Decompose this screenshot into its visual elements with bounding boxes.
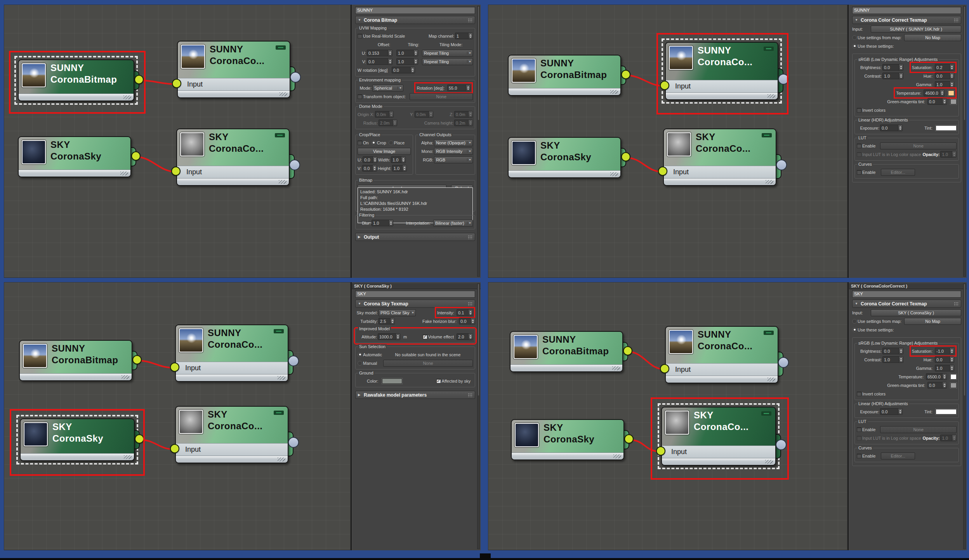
map-preview-thumbnail[interactable] (665, 411, 689, 435)
spinner-arrows-icon[interactable] (471, 318, 475, 324)
crop-v-spinner[interactable]: 0.0 (362, 165, 377, 172)
brightness-spinner[interactable]: 0.0 (882, 348, 903, 354)
node-sky-coronaco[interactable]: SKYCoronaCo...Input (175, 406, 288, 463)
spinner-arrows-icon[interactable] (402, 165, 406, 171)
resize-grip-icon[interactable] (278, 376, 285, 380)
node-name-field[interactable]: SUNNY (852, 7, 961, 14)
node-sky-coronaco[interactable]: SKYCoronaCo...Input (176, 128, 290, 186)
spinner-arrows-icon[interactable] (898, 409, 902, 414)
spinner-arrows-icon[interactable] (899, 357, 903, 362)
ground-color-swatch[interactable] (382, 378, 402, 384)
map-channel-spinner[interactable]: 1 (455, 33, 473, 39)
spinner-arrows-icon[interactable] (952, 435, 956, 441)
spinner-arrows-icon[interactable] (410, 67, 415, 73)
input-slot-row[interactable]: Input (178, 78, 290, 90)
alpha-channel-dropdown[interactable]: None (Opaque)▼ (434, 139, 473, 146)
input-socket[interactable] (170, 362, 179, 372)
map-preview-thumbnail[interactable] (514, 335, 538, 359)
output-socket[interactable] (623, 346, 632, 355)
spinner-arrows-icon[interactable] (413, 50, 418, 56)
node-sky-coronaco[interactable]: SKYCoronaCo...Input (661, 407, 776, 466)
collapse-node-icon[interactable] (274, 329, 284, 333)
output-socket[interactable] (778, 74, 789, 85)
rollout-header-corona-bitmap[interactable]: ▼Corona Bitmap (355, 16, 475, 24)
spinner-arrows-icon[interactable] (899, 64, 903, 70)
node-view-top-left[interactable]: SUNNYCoronaBitmapSUNNYCoronaCo...InputSK… (4, 5, 351, 278)
dome-radius-spinner[interactable]: 2.0m (379, 120, 397, 126)
map-preview-thumbnail[interactable] (179, 328, 203, 352)
connection-wire[interactable] (625, 75, 665, 86)
spinner-arrows-icon[interactable] (899, 73, 903, 79)
resize-grip-icon[interactable] (120, 172, 128, 175)
connection-wire[interactable] (136, 361, 175, 368)
rollout-header-output[interactable]: ▶Output (355, 233, 475, 241)
cc-input-button[interactable]: SKY ( CoronaSky ) (871, 309, 961, 316)
camera-height-spinner[interactable]: 0.2m (454, 120, 473, 126)
node-sunny-coronabitmap[interactable]: SUNNYCoronaBitmap (510, 331, 623, 372)
use-these-settings-radio[interactable] (852, 44, 857, 49)
hue-spinner[interactable]: 0.0 (935, 356, 954, 363)
panel-scrollbar[interactable] (963, 6, 966, 277)
curves-editor-button[interactable]: Editor... (881, 169, 915, 176)
green-magenta-swatch-swatch[interactable] (950, 99, 957, 104)
settings-source-map-button[interactable]: No Map (904, 34, 961, 41)
spinner-arrows-icon[interactable] (468, 33, 472, 39)
spinner-arrows-icon[interactable] (942, 382, 946, 388)
input-socket[interactable] (656, 446, 665, 456)
spinner-arrows-icon[interactable] (950, 81, 954, 87)
use-settings-from-map-radio[interactable] (852, 35, 857, 40)
green-magenta-tint-spinner[interactable]: 0.0 (927, 98, 947, 105)
spinner-arrows-icon[interactable] (940, 90, 944, 96)
spinner-arrows-icon[interactable] (468, 120, 472, 126)
use-these-settings-radio[interactable] (852, 328, 857, 332)
saturation-spinner[interactable]: 0.2 (935, 64, 954, 71)
resize-grip-icon[interactable] (612, 366, 620, 370)
view-image-button[interactable]: View Image (358, 148, 411, 155)
node-sunny-coronaco[interactable]: SUNNYCoronaCo...Input (175, 324, 288, 382)
sky-model-dropdown[interactable]: PRG Clear Sky▼ (379, 309, 416, 316)
crop-width-spinner[interactable]: 1.0 (391, 156, 406, 163)
mono-channel-dropdown[interactable]: RGB Intensity▼ (434, 148, 473, 155)
connection-wire[interactable] (625, 158, 663, 172)
input-socket[interactable] (172, 79, 181, 88)
use-settings-from-map-radio[interactable] (852, 319, 857, 324)
settings-source-map-button[interactable]: No Map (904, 318, 961, 325)
rollout-header-rawafake-model-parameters[interactable]: ▶Rawafake model parameters (355, 391, 475, 399)
contrast-spinner[interactable]: 1.0 (882, 356, 903, 363)
spinner-arrows-icon[interactable] (468, 334, 472, 340)
contrast-spinner[interactable]: 1.0 (882, 73, 903, 79)
node-sky-coronasky[interactable]: SKYCoronaSky (20, 418, 135, 461)
interpolation-dropdown[interactable]: Bilinear (faster)▼ (433, 220, 473, 227)
resize-grip-icon[interactable] (279, 180, 287, 184)
collapse-node-icon[interactable] (764, 331, 774, 335)
rollout-header-corona-color-correct-texmap[interactable]: ▼Corona Color Correct Texmap (852, 16, 961, 24)
spinner-arrows-icon[interactable] (388, 50, 392, 56)
resize-grip-icon[interactable] (610, 172, 618, 176)
intensity-spinner[interactable]: 0.1 (457, 309, 473, 316)
temperature-swatch-swatch[interactable] (950, 374, 957, 380)
output-socket[interactable] (621, 70, 630, 79)
gamma-spinner[interactable]: 1.0 (935, 81, 954, 88)
lut-log-space-checkbox[interactable] (857, 436, 861, 440)
output-socket[interactable] (134, 75, 144, 84)
resize-grip-icon[interactable] (768, 94, 775, 98)
exposure-spinner[interactable]: 0.0 (880, 125, 903, 131)
brightness-spinner[interactable]: 0.0 (882, 64, 903, 71)
tiling-mode-u-dropdown[interactable]: Repeat Tiling▼ (422, 50, 473, 57)
panel-scrollbar[interactable] (477, 283, 480, 549)
dome-origin-x-spinner[interactable]: 0.0m (375, 111, 394, 118)
node-view-top-right[interactable]: SUNNYCoronaBitmapSUNNYCoronaCo...InputSK… (488, 5, 847, 278)
spinner-arrows-icon[interactable] (373, 157, 377, 163)
input-slot-row[interactable]: Input (176, 362, 288, 374)
saturation-spinner[interactable]: -1.0 (935, 348, 954, 354)
offset-u-spinner[interactable]: 0.153 (367, 50, 392, 56)
crop-on-checkbox[interactable] (358, 140, 362, 145)
map-preview-thumbnail[interactable] (181, 45, 205, 69)
spinner-arrows-icon[interactable] (950, 64, 954, 70)
map-preview-thumbnail[interactable] (22, 63, 46, 87)
tiling-mode-v-dropdown[interactable]: Repeat Tiling▼ (422, 58, 473, 65)
resize-grip-icon[interactable] (122, 375, 129, 379)
curves-enable-checkbox[interactable] (857, 170, 861, 175)
node-sky-coronaco[interactable]: SKYCoronaCo...Input (663, 128, 776, 186)
w-rotation-spinner[interactable]: 0.0 (392, 67, 415, 73)
